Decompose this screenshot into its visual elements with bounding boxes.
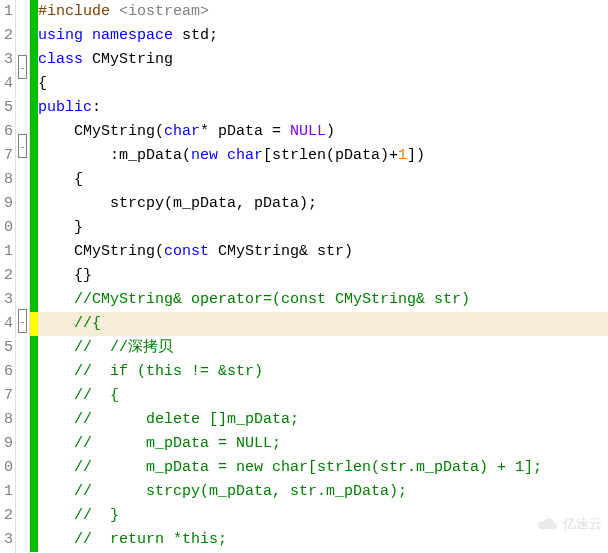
code-line: public:	[38, 96, 608, 120]
code-editor: 1 2 3 4 5 6 7 8 9 0 1 2 3 4 5 6 7 8 9 0 …	[0, 0, 608, 553]
code-line: :m_pData(new char[strlen(pData)+1])	[38, 144, 608, 168]
line-number: 2	[0, 504, 13, 528]
watermark-text: 亿速云	[563, 515, 602, 533]
line-number: 6	[0, 120, 13, 144]
code-line: class CMyString	[38, 48, 608, 72]
line-number: 8	[0, 168, 13, 192]
code-line-current: //{	[38, 312, 608, 336]
line-number: 9	[0, 432, 13, 456]
code-line: {	[38, 168, 608, 192]
line-number-gutter: 1 2 3 4 5 6 7 8 9 0 1 2 3 4 5 6 7 8 9 0 …	[0, 0, 16, 553]
line-number: 2	[0, 264, 13, 288]
line-number: 2	[0, 24, 13, 48]
fold-toggle[interactable]: -	[18, 134, 27, 158]
line-number: 3	[0, 288, 13, 312]
code-line: // strcpy(m_pData, str.m_pData);	[38, 480, 608, 504]
line-number: 1	[0, 0, 13, 24]
line-number: 9	[0, 192, 13, 216]
line-number: 0	[0, 216, 13, 240]
line-number: 0	[0, 456, 13, 480]
line-number: 1	[0, 240, 13, 264]
code-line: // if (this != &str)	[38, 360, 608, 384]
fold-toggle[interactable]: -	[18, 55, 27, 79]
code-line: // }	[38, 504, 608, 528]
code-line: {}	[38, 264, 608, 288]
code-line: // delete []m_pData;	[38, 408, 608, 432]
code-line: {	[38, 72, 608, 96]
code-area[interactable]: #include <iostream> using namespace std;…	[38, 0, 608, 552]
line-number: 7	[0, 144, 13, 168]
line-number: 7	[0, 384, 13, 408]
watermark: 亿速云	[537, 515, 602, 533]
code-line: using namespace std;	[38, 24, 608, 48]
line-number: 5	[0, 96, 13, 120]
line-number: 3	[0, 48, 13, 72]
line-number: 3	[0, 528, 13, 552]
code-line: }	[38, 216, 608, 240]
line-number: 6	[0, 360, 13, 384]
line-number: 1	[0, 480, 13, 504]
line-number: 4	[0, 72, 13, 96]
line-number: 4	[0, 312, 13, 336]
code-line: CMyString(char* pData = NULL)	[38, 120, 608, 144]
code-line: // //深拷贝	[38, 336, 608, 360]
code-line: // m_pData = NULL;	[38, 432, 608, 456]
code-line: strcpy(m_pData, pData);	[38, 192, 608, 216]
code-line: CMyString(const CMyString& str)	[38, 240, 608, 264]
code-line: // return *this;	[38, 528, 608, 552]
code-line: //CMyString& operator=(const CMyString& …	[38, 288, 608, 312]
change-marks-gutter	[30, 0, 38, 553]
line-number: 8	[0, 408, 13, 432]
code-line: #include <iostream>	[38, 0, 608, 24]
code-line: // {	[38, 384, 608, 408]
fold-toggle[interactable]: -	[18, 309, 27, 333]
line-number: 5	[0, 336, 13, 360]
fold-gutter: - - -	[16, 0, 30, 553]
cloud-icon	[537, 516, 559, 532]
code-line: // m_pData = new char[strlen(str.m_pData…	[38, 456, 608, 480]
